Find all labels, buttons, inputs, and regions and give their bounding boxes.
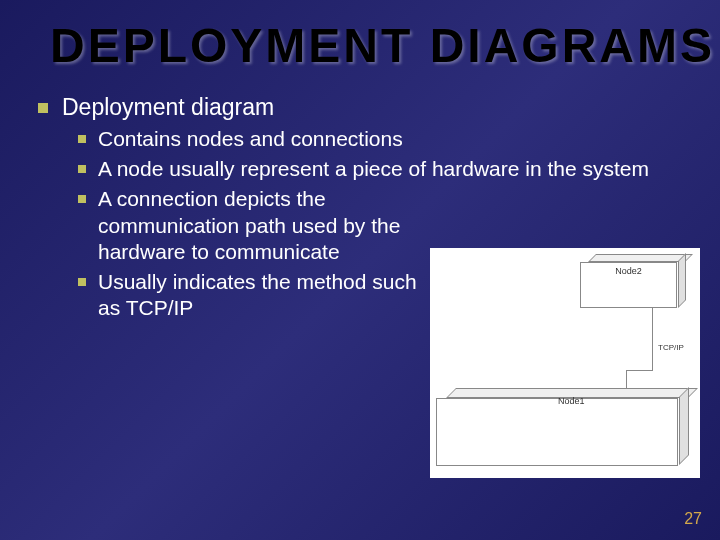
bullet-icon — [78, 135, 86, 143]
bullet-text: Usually indicates the method such as TCP… — [98, 269, 428, 322]
bullet-icon — [78, 195, 86, 203]
bullet-text: Deployment diagram — [62, 93, 274, 122]
bullet-level1: Deployment diagram — [38, 93, 700, 122]
diagram-connector — [626, 370, 653, 371]
bullet-level2: A node usually represent a piece of hard… — [78, 156, 700, 182]
bullet-icon — [78, 278, 86, 286]
bullet-text: A connection depicts the communication p… — [98, 186, 428, 265]
bullet-icon — [38, 103, 48, 113]
bullet-text: A node usually represent a piece of hard… — [98, 156, 649, 182]
node1-label: Node1 — [558, 396, 585, 406]
node2-label: Node2 — [580, 262, 677, 308]
connection-label: TCP/IP — [658, 343, 684, 352]
page-number: 27 — [684, 510, 702, 528]
bullet-level2: Contains nodes and connections — [78, 126, 700, 152]
diagram-connector — [652, 308, 653, 370]
bullet-icon — [78, 165, 86, 173]
slide-title: DEPLOYMENT DIAGRAMS — [0, 0, 720, 73]
diagram-node2: Node2 — [580, 254, 685, 308]
bullet-text: Contains nodes and connections — [98, 126, 403, 152]
deployment-diagram-figure: Node2 TCP/IP Node1 — [430, 248, 700, 478]
